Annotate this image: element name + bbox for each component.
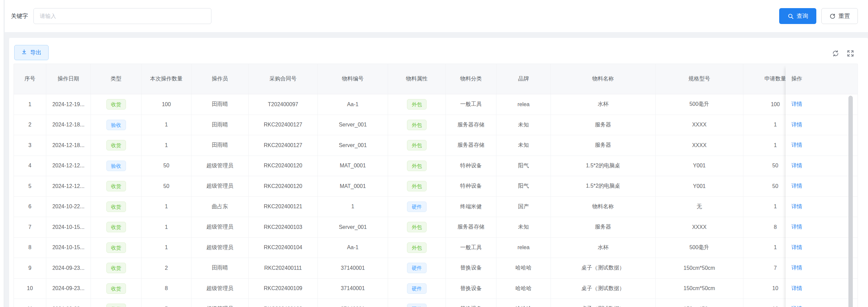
cell-spec: XXXX	[656, 115, 743, 135]
cell-attr: 硬件	[388, 299, 446, 307]
table-row: 62024-10-22...收货1曲占东RKC2024001211硬件终端米健国…	[14, 197, 858, 217]
type-tag: 收货	[106, 242, 126, 253]
type-tag: 收货	[106, 181, 126, 191]
cell-name: 1.5*2的电脑桌	[551, 176, 656, 196]
cell-date: 2024-12-19...	[46, 94, 91, 115]
cell-attr: 硬件	[388, 197, 446, 217]
scrollbar-thumb[interactable]	[848, 96, 853, 307]
cell-contract: RKC202400111	[249, 258, 318, 278]
table-header-row: 序号操作日期类型本次操作数量操作员采购合同号物料编号物料属性物料分类品牌物料名称…	[14, 64, 858, 94]
column-header: 操作员	[192, 64, 249, 94]
column-header: 物料编号	[318, 64, 388, 94]
cell-mat_no: Server_001	[318, 217, 388, 237]
search-button[interactable]: 查询	[779, 8, 816, 24]
cell-date: 2024-12-18...	[46, 115, 91, 135]
cell-name: 服务器	[551, 135, 656, 156]
cell-no: 11	[14, 299, 46, 307]
action-cell: 详情	[786, 258, 846, 279]
cell-category: 替换设备	[446, 258, 496, 278]
action-column-header: 操作	[786, 64, 846, 94]
action-column: 操作 详情详情详情详情详情详情详情详情详情详情详情	[786, 64, 846, 307]
vertical-scrollbar[interactable]	[848, 96, 853, 307]
cell-name: 桌子（测试数据）	[551, 258, 656, 278]
detail-link[interactable]: 详情	[791, 244, 802, 251]
detail-link[interactable]: 详情	[791, 142, 802, 149]
action-cell: 详情	[786, 238, 846, 258]
cell-op_qty: 1	[142, 115, 192, 135]
cell-no: 5	[14, 176, 46, 196]
detail-link[interactable]: 详情	[791, 183, 802, 190]
cell-date: 2024-10-15...	[46, 217, 91, 237]
detail-link[interactable]: 详情	[791, 203, 802, 210]
action-cell: 详情	[786, 156, 846, 176]
cell-name: 水杯	[551, 94, 656, 115]
cell-name: 服务器	[551, 217, 656, 237]
fixed-col-body: 详情详情详情详情详情详情详情详情详情详情详情	[786, 94, 846, 307]
cell-mat_no: Server_001	[318, 135, 388, 156]
cell-op_qty: 5	[142, 299, 192, 307]
detail-link[interactable]: 详情	[791, 162, 802, 169]
cell-date: 2024-10-15...	[46, 238, 91, 258]
cell-mat_no: Aa-1	[318, 238, 388, 258]
cell-operator: 曲占东	[192, 197, 249, 217]
cell-no: 9	[14, 258, 46, 278]
refresh-icon[interactable]	[832, 49, 840, 57]
table-row: 52024-12-12...收货50超级管理员RKC202400120MAT_0…	[14, 176, 858, 197]
cell-brand: 未知	[496, 217, 551, 237]
fullscreen-icon[interactable]	[846, 49, 854, 57]
cell-no: 6	[14, 197, 46, 217]
keyword-input[interactable]	[33, 8, 211, 24]
attr-tag: 外包	[407, 99, 427, 110]
cell-brand: relea	[496, 238, 551, 258]
cell-contract: RKC202400103	[249, 217, 318, 237]
detail-link[interactable]: 详情	[791, 121, 802, 128]
detail-link[interactable]: 详情	[791, 223, 802, 231]
cell-type: 收货	[91, 176, 142, 196]
table-row: 42024-12-12...验收50超级管理员RKC202400120MAT_0…	[14, 156, 858, 176]
cell-no: 4	[14, 156, 46, 176]
detail-link[interactable]: 详情	[791, 264, 802, 271]
cell-spec: 500毫升	[656, 94, 743, 115]
cell-brand: 未知	[496, 135, 551, 156]
cell-attr: 外包	[388, 238, 446, 258]
reset-button[interactable]: 重置	[821, 8, 858, 24]
column-header: 类型	[91, 64, 142, 94]
attr-tag: 外包	[407, 120, 427, 130]
detail-link[interactable]: 详情	[791, 101, 802, 108]
cell-mat_no: MAT_0001	[318, 176, 388, 196]
cell-type: 收货	[91, 135, 142, 156]
column-header: 采购合同号	[249, 64, 318, 94]
cell-mat_no: Aa-1	[318, 94, 388, 115]
cell-date: 2024-10-22...	[46, 197, 91, 217]
cell-no: 1	[14, 94, 46, 115]
cell-category: 一般工具	[446, 238, 496, 258]
table-row: 32024-12-18...收货1田雨晴RKC202400127Server_0…	[14, 135, 858, 156]
cell-brand: 阳气	[496, 176, 551, 196]
cell-no: 2	[14, 115, 46, 135]
cell-type: 收货	[91, 197, 142, 217]
cell-operator: 超级管理员	[192, 299, 249, 307]
detail-link[interactable]: 详情	[791, 305, 802, 307]
column-header: 操作日期	[46, 64, 91, 94]
attr-tag: 硬件	[407, 283, 427, 294]
cell-spec: 150cm*50cm	[656, 258, 743, 278]
cell-operator: 超级管理员	[192, 238, 249, 258]
action-cell: 详情	[786, 217, 846, 238]
cell-brand: 未知	[496, 115, 551, 135]
attr-tag: 外包	[407, 242, 427, 253]
cell-contract: RKC202400109	[249, 279, 318, 299]
detail-link[interactable]: 详情	[791, 285, 802, 292]
cell-contract: RKC202400127	[249, 135, 318, 156]
export-button[interactable]: 导出	[14, 45, 49, 60]
cell-category: 替换设备	[446, 299, 496, 307]
cell-type: 收货	[91, 299, 142, 307]
download-icon	[21, 49, 27, 56]
cell-contract: RKC202400120	[249, 176, 318, 196]
type-tag: 收货	[106, 140, 126, 150]
cell-contract: RKC202400108	[249, 299, 318, 307]
cell-name: 桌子（测试数据）	[551, 279, 656, 299]
cell-type: 收货	[91, 238, 142, 258]
action-cell: 详情	[786, 299, 846, 307]
cell-spec: Y001	[656, 176, 743, 196]
cell-spec: 无	[656, 197, 743, 217]
